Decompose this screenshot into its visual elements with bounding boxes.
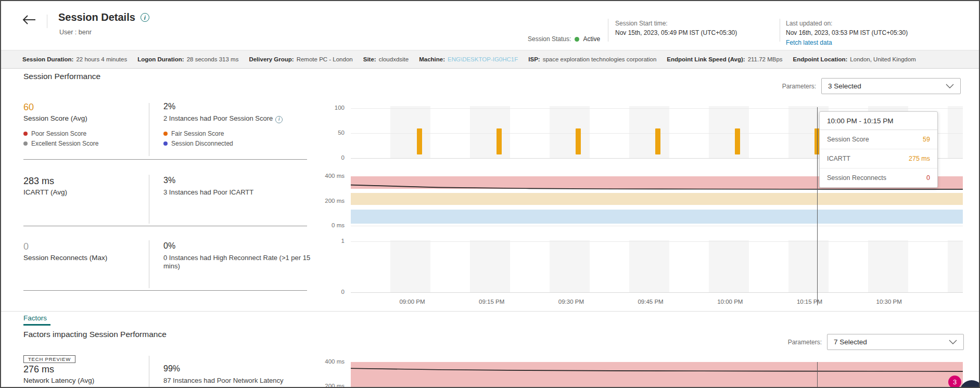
session-score-bar [497, 128, 502, 154]
info-item: Delivery Group: Remote PC - London [249, 56, 352, 62]
network-latency-label: Network Latency (Avg) [23, 377, 94, 384]
info-value: Remote PC - London [297, 56, 353, 62]
legend-dot [23, 141, 28, 146]
info-value: 22 hours 4 minutes [76, 56, 127, 62]
tab-underline [23, 324, 50, 326]
icartt-pct-value: 3% [163, 176, 175, 185]
info-item: Session Duration: 22 hours 4 minutes [22, 56, 127, 62]
score-pct-desc-text: 2 Instances had Poor Session Score [163, 114, 273, 122]
x-axis-label: 09:15 PM [466, 299, 518, 305]
reconnects-value: 0 [23, 241, 29, 252]
stat-divider [149, 175, 149, 224]
info-icon[interactable]: i [275, 116, 283, 123]
reconnects-pct-value: 0% [163, 241, 175, 251]
session-score-bar [417, 128, 422, 154]
info-item: Logon Duration: 28 seconds 313 ms [137, 56, 238, 62]
y-tick: 200 ms [292, 383, 345, 388]
header-divider [608, 19, 608, 42]
icartt-pct-desc: 3 Instances had Poor ICARTT [163, 188, 312, 197]
info-value: 211.72 MBps [748, 56, 783, 62]
info-icon[interactable]: i [141, 13, 149, 22]
session-score-bar [576, 128, 581, 154]
info-value: cloudxdsite [379, 56, 409, 62]
legend-dot [163, 141, 168, 146]
y-tick: 0 [292, 154, 345, 161]
y-tick: 100 [292, 105, 345, 111]
info-item: ISP: space exploration technologies corp… [528, 56, 656, 62]
session-score-value: 60 [23, 102, 34, 113]
session-score-label: Session Score (Avg) [23, 114, 87, 122]
info-value: space exploration technologies corporati… [543, 56, 657, 62]
y-tick: 0 ms [292, 222, 345, 228]
chevron-down-icon [946, 84, 954, 88]
notification-badge[interactable]: 3 [948, 376, 961, 388]
parameters-label: Parameters: [782, 83, 816, 90]
score-pct-value: 2% [163, 102, 175, 111]
back-button[interactable] [19, 12, 40, 28]
header-divider [780, 19, 780, 42]
start-time-label: Session Start time: [615, 20, 737, 27]
title-wrap: Session Details i [58, 11, 149, 23]
header-divider [47, 15, 47, 28]
back-arrow-icon [22, 15, 36, 25]
info-value: 28 seconds 313 ms [187, 56, 239, 62]
network-latency-value: 276 ms [23, 364, 54, 375]
gridline [351, 108, 963, 109]
info-value: London, United Kingdom [850, 56, 916, 62]
info-label: Endpoint Location: [793, 56, 848, 62]
y-tick: 400 ms [292, 358, 345, 365]
session-status: Session Status: Active [528, 35, 600, 43]
latency-pct-desc: 87 Instances had Poor Network Latency [163, 377, 312, 385]
legend-dot [23, 132, 28, 136]
info-item: Endpoint Link Speed (Avg): 211.72 MBps [667, 56, 782, 62]
info-item: Site: cloudxdsite [363, 56, 409, 62]
tooltip-row: ICARTT 275 ms [820, 149, 937, 169]
x-axis-label: 09:00 PM [386, 299, 438, 305]
stat-row-divider [23, 226, 307, 226]
machine-link[interactable]: ENG\DESKTOP-IG0HC1F [448, 56, 518, 62]
session-score-bar [655, 128, 660, 154]
parameters-dropdown[interactable]: 3 Selected [821, 78, 961, 94]
info-label: Logon Duration: [137, 56, 184, 62]
section-divider [1, 311, 979, 312]
gridline [351, 241, 963, 242]
icartt-value: 283 ms [23, 176, 54, 187]
stat-row-divider [23, 159, 307, 160]
latency-line-chart [351, 362, 963, 388]
tooltip-row-value: 275 ms [909, 155, 930, 162]
legend-label: Fair Session Score [171, 130, 224, 137]
start-time-value: Nov 15th, 2023, 05:49 PM IST (UTC+05:30) [615, 29, 737, 36]
y-tick: 400 ms [292, 173, 345, 179]
parameters-dropdown-value: 7 Selected [834, 338, 867, 346]
factors-parameters-dropdown[interactable]: 7 Selected [827, 334, 964, 350]
section-title-session-performance: Session Performance [23, 72, 100, 81]
info-label: Session Duration: [22, 56, 73, 62]
chart-tooltip: 10:00 PM - 10:15 PM Session Score 59 ICA… [819, 111, 938, 188]
legend-label: Poor Session Score [31, 130, 86, 137]
legend-label: Excellent Session Score [31, 140, 98, 147]
info-label: ISP: [528, 56, 540, 62]
fetch-latest-link[interactable]: Fetch latest data [786, 39, 908, 46]
chevron-down-icon [949, 340, 957, 344]
session-status-value: Active [583, 35, 600, 43]
y-tick: 200 ms [292, 198, 345, 204]
parameters-dropdown-value: 3 Selected [828, 82, 861, 90]
section-title-factors: Factors impacting Session Performance [23, 330, 167, 339]
stat-divider [149, 240, 149, 288]
tooltip-row-label: ICARTT [827, 155, 850, 162]
gridline [351, 292, 963, 293]
chart-cursor-line [817, 107, 818, 305]
info-item: Endpoint Location: London, United Kingdo… [793, 56, 916, 62]
x-axis-label: 10:30 PM [863, 299, 915, 305]
reconnects-label: Session Reconnects (Max) [23, 254, 107, 262]
user-label: User : benr [59, 29, 92, 36]
info-label: Delivery Group: [249, 56, 294, 62]
tooltip-row-label: Session Reconnects [827, 174, 886, 182]
session-score-bar [735, 128, 740, 154]
parameters-label: Parameters: [788, 339, 822, 346]
y-tick: 50 [292, 130, 345, 136]
x-axis-label: 10:15 PM [784, 299, 836, 305]
tab-factors[interactable]: Factors [23, 314, 47, 322]
info-item: Machine: ENG\DESKTOP-IG0HC1F [419, 56, 518, 62]
session-details-page: Session Details i User : benr Session St… [0, 0, 980, 388]
